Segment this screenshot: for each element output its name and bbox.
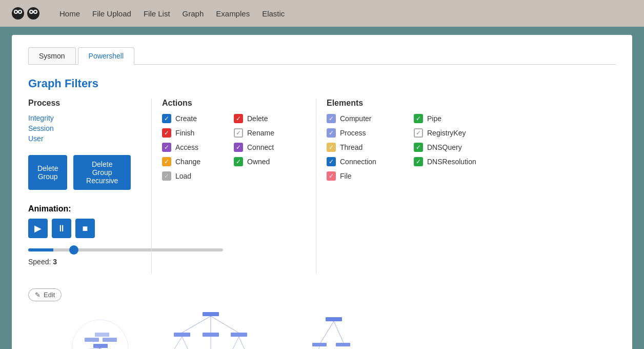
action-finish: ✓ Finish: [162, 128, 224, 138]
element-pipe: ✓ Pipe: [414, 114, 491, 123]
action-load-label: Load: [175, 172, 191, 180]
checkbox-change[interactable]: ✓: [162, 157, 171, 166]
checkbox-registrykey[interactable]: ✓: [414, 128, 423, 138]
svg-point-4: [19, 11, 21, 13]
process-link-integrity[interactable]: Integrity: [28, 114, 131, 122]
nav-file-list[interactable]: File List: [144, 9, 170, 18]
element-dnsquery-label: DNSQuery: [427, 143, 462, 151]
edit-label: Edit: [44, 291, 55, 299]
pause-button[interactable]: ⏸: [52, 219, 71, 238]
svg-point-9: [34, 11, 36, 13]
actions-divider: [316, 99, 316, 274]
checkbox-computer[interactable]: ✓: [327, 114, 336, 123]
process-section: Process Integrity Session User Delete Gr…: [28, 99, 141, 274]
speed-slider[interactable]: [28, 248, 223, 251]
action-connect: ✓ Connect: [234, 143, 295, 152]
animation-controls: ▶ ⏸ ■: [28, 219, 131, 238]
graph-filters-title: Graph Filters: [28, 77, 616, 90]
action-owned-label: Owned: [247, 158, 270, 166]
stop-button[interactable]: ■: [75, 219, 95, 238]
main-card: Sysmon Powershell Graph Filters Process …: [12, 35, 632, 349]
action-rename: ✓ Rename: [234, 128, 295, 138]
element-computer-label: Computer: [340, 114, 371, 123]
nav-elastic[interactable]: Elastic: [262, 9, 285, 18]
animation-label: Animation:: [28, 204, 131, 214]
checkbox-create[interactable]: ✓: [162, 114, 171, 123]
checkbox-process[interactable]: ✓: [327, 128, 336, 138]
speed-label: Speed: 3: [28, 258, 131, 266]
action-create-label: Create: [175, 114, 197, 123]
element-dnsresolution-label: DNSResolution: [427, 158, 476, 166]
elements-section: Elements ✓ Computer ✓ Pipe ✓ Pr: [327, 99, 491, 181]
nav-examples[interactable]: Examples: [216, 9, 250, 18]
graph-visuals: [28, 307, 397, 349]
process-buttons: Delete Group Delete Group Recursive: [28, 155, 131, 190]
delete-group-button[interactable]: Delete Group: [28, 155, 67, 190]
svg-rect-12: [103, 338, 117, 342]
action-connect-label: Connect: [247, 143, 274, 151]
svg-point-5: [27, 7, 39, 20]
svg-rect-38: [174, 333, 190, 337]
nav-graph[interactable]: Graph: [183, 9, 204, 18]
element-process: ✓ Process: [327, 128, 404, 138]
checkbox-finish[interactable]: ✓: [162, 128, 171, 138]
speed-value: 3: [53, 258, 57, 266]
checkbox-pipe[interactable]: ✓: [414, 114, 423, 123]
edit-icon: ✎: [35, 291, 41, 299]
process-link-user[interactable]: User: [28, 134, 131, 143]
navbar: Home File Upload File List Graph Example…: [0, 0, 644, 27]
svg-line-37: [211, 316, 238, 333]
tab-sysmon[interactable]: Sysmon: [28, 47, 76, 64]
logo: [10, 4, 41, 23]
svg-line-45: [239, 337, 246, 349]
edit-button[interactable]: ✎ Edit: [28, 288, 62, 301]
checkbox-delete[interactable]: ✓: [234, 114, 243, 123]
checkbox-dnsresolution[interactable]: ✓: [414, 157, 423, 166]
element-file: ✓ File: [327, 171, 404, 181]
action-change-label: Change: [175, 158, 200, 166]
main-area: Sysmon Powershell Graph Filters Process …: [0, 27, 644, 349]
nav-file-upload[interactable]: File Upload: [92, 9, 131, 18]
actions-grid: ✓ Create ✓ Delete ✓ Finish ✓: [162, 114, 295, 181]
svg-point-8: [30, 11, 32, 13]
action-create: ✓ Create: [162, 114, 224, 123]
process-links: Integrity Session User: [28, 114, 131, 143]
svg-rect-34: [203, 312, 219, 316]
checkbox-thread[interactable]: ✓: [327, 143, 336, 152]
svg-line-69: [315, 346, 319, 349]
play-button[interactable]: ▶: [28, 219, 48, 238]
element-dnsresolution: ✓ DNSResolution: [414, 157, 491, 166]
action-rename-label: Rename: [247, 129, 274, 137]
slider-container: [28, 244, 131, 254]
checkbox-dnsquery[interactable]: ✓: [414, 143, 423, 152]
svg-rect-19: [95, 333, 109, 337]
checkbox-load[interactable]: ✓: [162, 171, 171, 181]
action-access-label: Access: [175, 143, 198, 151]
checkbox-connection[interactable]: ✓: [327, 157, 336, 166]
nav-home[interactable]: Home: [59, 9, 80, 18]
tab-powershell[interactable]: Powershell: [78, 47, 134, 65]
actions-section: Actions ✓ Create ✓ Delete ✓ Fin: [162, 99, 306, 181]
action-access: ✓ Access: [162, 143, 224, 152]
element-dnsquery: ✓ DNSQuery: [414, 143, 491, 152]
svg-line-42: [182, 337, 190, 349]
element-computer: ✓ Computer: [327, 114, 404, 123]
action-finish-label: Finish: [175, 129, 194, 137]
element-thread: ✓ Thread: [327, 143, 404, 152]
checkbox-connect[interactable]: ✓: [234, 143, 243, 152]
checkbox-file[interactable]: ✓: [327, 171, 336, 181]
checkbox-rename[interactable]: ✓: [234, 128, 243, 138]
action-owned: ✓ Owned: [234, 157, 295, 166]
actions-title: Actions: [162, 99, 295, 108]
svg-point-0: [12, 7, 24, 20]
delete-group-recursive-button[interactable]: Delete Group Recursive: [73, 155, 131, 190]
svg-line-44: [231, 337, 239, 349]
svg-rect-13: [93, 344, 108, 348]
svg-rect-68: [336, 343, 350, 346]
process-link-session[interactable]: Session: [28, 124, 131, 132]
action-delete: ✓ Delete: [234, 114, 295, 123]
checkbox-access[interactable]: ✓: [162, 143, 171, 152]
svg-rect-11: [85, 338, 99, 342]
checkbox-owned[interactable]: ✓: [234, 157, 243, 166]
svg-line-35: [182, 316, 211, 333]
